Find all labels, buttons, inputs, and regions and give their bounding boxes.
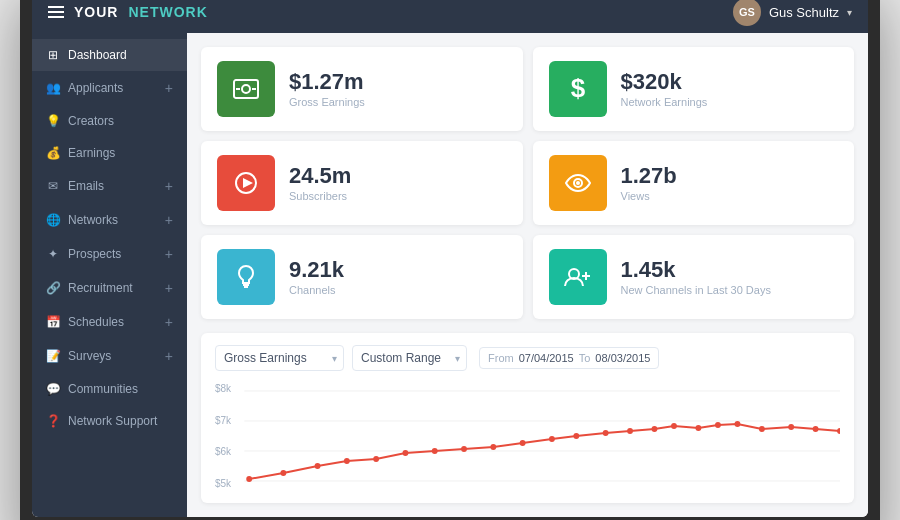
chart-svg: .chart-line { fill: none; stroke: #e74c3…: [215, 381, 840, 491]
svg-point-21: [344, 458, 350, 464]
sidebar-item-left: 💬 Communities: [46, 382, 138, 396]
topbar-left: YOUR NETWORK: [48, 4, 208, 20]
sidebar-item-surveys[interactable]: 📝 Surveys +: [32, 339, 187, 373]
from-label: From: [488, 352, 514, 364]
svg-point-28: [549, 436, 555, 442]
sidebar-item-networks[interactable]: 🌐 Networks +: [32, 203, 187, 237]
stat-text-3: 1.27b Views: [621, 164, 677, 202]
stat-value-2: 24.5m: [289, 164, 351, 188]
sidebar-icon-8: 📅: [46, 315, 60, 329]
sidebar-plus-4[interactable]: +: [165, 178, 173, 194]
stat-text-2: 24.5m Subscribers: [289, 164, 351, 202]
svg-point-31: [627, 428, 633, 434]
sidebar-icon-2: 💡: [46, 114, 60, 128]
sidebar-icon-9: 📝: [46, 349, 60, 363]
stat-label-2: Subscribers: [289, 190, 351, 202]
stat-icon-1: $: [549, 61, 607, 117]
metric-select[interactable]: Gross EarningsNetwork EarningsSubscriber…: [215, 345, 344, 371]
laptop-frame: YOUR NETWORK GS Gus Schultz ▾ ⊞ Dashboar…: [20, 0, 880, 520]
sidebar-plus-7[interactable]: +: [165, 280, 173, 296]
svg-point-8: [576, 181, 580, 185]
sidebar-item-applicants[interactable]: 👥 Applicants +: [32, 71, 187, 105]
sidebar-item-left: 💰 Earnings: [46, 146, 115, 160]
chart-controls: Gross EarningsNetwork EarningsSubscriber…: [215, 345, 840, 371]
stat-value-3: 1.27b: [621, 164, 677, 188]
svg-point-35: [715, 422, 721, 428]
sidebar-item-label: Earnings: [68, 146, 115, 160]
main-layout: ⊞ Dashboard 👥 Applicants + 💡 Creators 💰 …: [32, 33, 868, 517]
brand-network: NETWORK: [128, 4, 207, 20]
svg-point-29: [573, 433, 579, 439]
sidebar-item-creators[interactable]: 💡 Creators: [32, 105, 187, 137]
svg-point-26: [490, 444, 496, 450]
sidebar-item-left: 🌐 Networks: [46, 213, 118, 227]
sidebar-item-left: 📝 Surveys: [46, 349, 111, 363]
sidebar-item-label: Surveys: [68, 349, 111, 363]
sidebar-item-network-support[interactable]: ❓ Network Support: [32, 405, 187, 437]
sidebar-icon-5: 🌐: [46, 213, 60, 227]
svg-point-22: [373, 456, 379, 462]
range-select[interactable]: Custom RangeLast 7 DaysLast 30 DaysLast …: [352, 345, 467, 371]
hamburger-menu[interactable]: [48, 6, 64, 18]
to-date: 08/03/2015: [595, 352, 650, 364]
sidebar: ⊞ Dashboard 👥 Applicants + 💡 Creators 💰 …: [32, 33, 187, 517]
user-name: Gus Schultz: [769, 5, 839, 20]
sidebar-item-label: Applicants: [68, 81, 123, 95]
stat-label-1: Network Earnings: [621, 96, 708, 108]
chart-y-label: $7k: [215, 415, 231, 426]
svg-point-20: [315, 463, 321, 469]
stat-text-5: 1.45k New Channels in Last 30 Days: [621, 258, 771, 296]
stat-text-4: 9.21k Channels: [289, 258, 344, 296]
stat-icon-4: [217, 249, 275, 305]
sidebar-item-label: Communities: [68, 382, 138, 396]
stat-icon-3: [549, 155, 607, 211]
sidebar-plus-9[interactable]: +: [165, 348, 173, 364]
sidebar-item-schedules[interactable]: 📅 Schedules +: [32, 305, 187, 339]
sidebar-item-dashboard[interactable]: ⊞ Dashboard: [32, 39, 187, 71]
sidebar-item-left: 📅 Schedules: [46, 315, 124, 329]
stat-text-0: $1.27m Gross Earnings: [289, 70, 365, 108]
gross-earnings-select-wrapper: Gross EarningsNetwork EarningsSubscriber…: [215, 345, 344, 371]
sidebar-icon-4: ✉: [46, 179, 60, 193]
sidebar-item-label: Recruitment: [68, 281, 133, 295]
content-area: $1.27m Gross Earnings $ $320k Network Ea…: [187, 33, 868, 517]
stat-icon-2: [217, 155, 275, 211]
sidebar-item-prospects[interactable]: ✦ Prospects +: [32, 237, 187, 271]
stat-icon-0: [217, 61, 275, 117]
svg-point-33: [671, 423, 677, 429]
sidebar-item-label: Networks: [68, 213, 118, 227]
sidebar-item-label: Emails: [68, 179, 104, 193]
sidebar-item-communities[interactable]: 💬 Communities: [32, 373, 187, 405]
sidebar-icon-1: 👥: [46, 81, 60, 95]
chart-y-label: $8k: [215, 383, 231, 394]
svg-point-25: [461, 446, 467, 452]
sidebar-item-recruitment[interactable]: 🔗 Recruitment +: [32, 271, 187, 305]
sidebar-item-left: 🔗 Recruitment: [46, 281, 133, 295]
stat-card-4: 9.21k Channels: [201, 235, 523, 319]
chart-y-labels: $8k$7k$6k$5k: [215, 381, 231, 491]
sidebar-item-left: 👥 Applicants: [46, 81, 123, 95]
svg-point-19: [280, 470, 286, 476]
user-dropdown-arrow[interactable]: ▾: [847, 7, 852, 18]
from-date: 07/04/2015: [519, 352, 574, 364]
sidebar-plus-1[interactable]: +: [165, 80, 173, 96]
sidebar-item-label: Creators: [68, 114, 114, 128]
svg-point-36: [735, 421, 741, 427]
sidebar-icon-11: ❓: [46, 414, 60, 428]
stat-card-3: 1.27b Views: [533, 141, 855, 225]
stats-grid: $1.27m Gross Earnings $ $320k Network Ea…: [201, 47, 854, 319]
sidebar-plus-6[interactable]: +: [165, 246, 173, 262]
sidebar-item-label: Schedules: [68, 315, 124, 329]
chart-section: Gross EarningsNetwork EarningsSubscriber…: [201, 333, 854, 503]
sidebar-item-emails[interactable]: ✉ Emails +: [32, 169, 187, 203]
sidebar-icon-7: 🔗: [46, 281, 60, 295]
svg-point-1: [242, 85, 250, 93]
sidebar-item-left: ✉ Emails: [46, 179, 104, 193]
sidebar-item-earnings[interactable]: 💰 Earnings: [32, 137, 187, 169]
sidebar-plus-8[interactable]: +: [165, 314, 173, 330]
sidebar-plus-5[interactable]: +: [165, 212, 173, 228]
sidebar-icon-0: ⊞: [46, 48, 60, 62]
to-label: To: [579, 352, 591, 364]
stat-value-5: 1.45k: [621, 258, 771, 282]
stat-value-0: $1.27m: [289, 70, 365, 94]
